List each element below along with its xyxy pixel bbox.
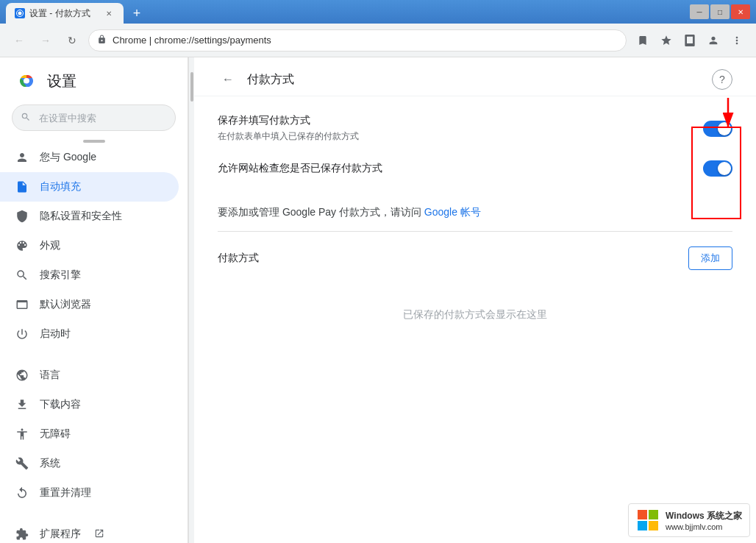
sidebar-item-privacy-label: 隐私设置和安全性 xyxy=(40,210,122,223)
scroll-divider xyxy=(188,57,194,543)
scroll-thumb[interactable] xyxy=(190,72,193,102)
sidebar-item-reset-label: 重置并清理 xyxy=(40,486,91,500)
google-account-link[interactable]: Google 帐号 xyxy=(424,206,481,218)
sidebar-item-autofill-label: 自动填充 xyxy=(40,180,81,194)
sidebar-item-download[interactable]: 下载内容 xyxy=(0,390,179,419)
tab-favicon xyxy=(15,8,25,18)
person-icon xyxy=(15,150,29,165)
svg-rect-7 xyxy=(649,510,658,519)
save-payment-desc: 在付款表单中填入已保存的付款方式 xyxy=(218,130,359,143)
url-chrome-label: Chrome xyxy=(113,35,146,46)
sidebar-item-language-label: 语言 xyxy=(40,369,60,382)
empty-state: 已保存的付款方式会显示在这里 xyxy=(218,285,732,345)
sidebar-item-system[interactable]: 系统 xyxy=(0,449,179,478)
payment-methods-label: 付款方式 xyxy=(218,252,259,265)
svg-rect-6 xyxy=(638,510,647,519)
page-title: 付款方式 xyxy=(247,72,294,88)
sidebar-item-reset[interactable]: 重置并清理 xyxy=(0,478,179,508)
sidebar-header: 设置 xyxy=(0,57,188,104)
tablet-icon[interactable] xyxy=(680,30,700,51)
address-url[interactable]: Chrome | chrome://settings/payments xyxy=(88,29,627,52)
google-pay-row: 要添加或管理 Google Pay 付款方式，请访问 Google 帐号 xyxy=(218,194,732,231)
accessibility-icon xyxy=(15,427,29,441)
address-bar-container[interactable]: Chrome | chrome://settings/payments xyxy=(88,29,627,52)
content-area: ← 付款方式 ? 保存并填写付款方式 在付款表单中填入已保存的付款方式 xyxy=(194,57,756,543)
menu-icon[interactable] xyxy=(727,30,747,51)
empty-state-text: 已保存的付款方式会显示在这里 xyxy=(403,308,547,320)
sidebar-item-download-label: 下载内容 xyxy=(40,398,81,411)
sidebar-item-extensions-label: 扩展程序 xyxy=(40,528,81,541)
bookmark-icon[interactable] xyxy=(632,30,653,51)
titlebar: 设置 - 付款方式 ✕ + ─ □ ✕ xyxy=(0,0,756,24)
add-payment-button[interactable]: 添加 xyxy=(688,246,732,270)
close-button[interactable]: ✕ xyxy=(731,4,750,19)
sidebar-item-google[interactable]: 您与 Google xyxy=(0,143,179,172)
doc-icon xyxy=(15,180,29,194)
payment-methods-section: 付款方式 添加 xyxy=(218,231,732,285)
download-icon xyxy=(15,397,29,412)
search-nav-icon xyxy=(15,268,29,283)
sidebar-item-language[interactable]: 语言 xyxy=(0,361,179,390)
allow-check-toggle[interactable] xyxy=(703,160,732,177)
back-button[interactable]: ← xyxy=(218,69,238,90)
windows-url: www.bjjmlv.com xyxy=(666,522,742,531)
main-layout: 设置 您与 Google 自动填充 xyxy=(0,57,756,543)
sidebar-item-search-label: 搜索引擎 xyxy=(40,269,81,282)
sidebar-title: 设置 xyxy=(47,71,76,91)
external-link-icon xyxy=(94,528,104,541)
reset-icon xyxy=(15,486,29,500)
windows-title: Windows 系统之家 xyxy=(666,510,742,522)
sidebar-item-extensions[interactable]: 扩展程序 xyxy=(0,519,179,543)
active-tab[interactable]: 设置 - 付款方式 ✕ xyxy=(6,3,124,24)
star-icon[interactable] xyxy=(656,30,677,51)
sidebar-item-autofill[interactable]: 自动填充 xyxy=(0,172,179,202)
save-payment-left: 保存并填写付款方式 在付款表单中填入已保存的付款方式 xyxy=(218,114,359,143)
toolbar-icons xyxy=(632,30,747,51)
window-controls: ─ □ ✕ xyxy=(690,4,750,19)
puzzle-icon xyxy=(15,527,29,542)
search-input[interactable] xyxy=(12,104,176,131)
tab-close-button[interactable]: ✕ xyxy=(103,7,115,19)
wrench-icon xyxy=(15,456,29,471)
chrome-logo xyxy=(15,69,38,93)
globe-icon xyxy=(15,368,29,383)
sidebar-item-google-label: 您与 Google xyxy=(40,151,96,164)
forward-button[interactable]: → xyxy=(35,30,56,51)
shield-icon xyxy=(15,209,29,224)
browser-icon xyxy=(15,297,29,312)
sidebar-item-browser[interactable]: 默认浏览器 xyxy=(0,290,179,319)
sidebar-item-appearance[interactable]: 外观 xyxy=(0,231,179,260)
new-tab-button[interactable]: + xyxy=(126,3,147,24)
sidebar-item-search[interactable]: 搜索引擎 xyxy=(0,260,179,290)
palette-icon xyxy=(15,238,29,253)
sidebar-item-privacy[interactable]: 隐私设置和安全性 xyxy=(0,202,179,231)
sidebar-item-system-label: 系统 xyxy=(40,457,60,470)
settings-section: 保存并填写付款方式 在付款表单中填入已保存的付款方式 允许网站检查您是否已保存付… xyxy=(194,96,756,363)
sidebar-item-startup-label: 启动时 xyxy=(40,327,71,341)
google-pay-text: 要添加或管理 Google Pay 付款方式，请访问 xyxy=(218,206,421,218)
sidebar-item-accessibility[interactable]: 无障碍 xyxy=(0,419,179,449)
sidebar-item-accessibility-label: 无障碍 xyxy=(40,427,71,441)
save-payment-slider xyxy=(703,121,732,137)
url-separator: | xyxy=(146,35,154,46)
save-payment-label: 保存并填写付款方式 xyxy=(218,114,359,127)
back-button[interactable]: ← xyxy=(9,30,29,51)
help-icon[interactable]: ? xyxy=(712,69,732,90)
search-bar xyxy=(12,104,176,131)
refresh-button[interactable]: ↻ xyxy=(62,30,82,51)
save-payment-row: 保存并填写付款方式 在付款表单中填入已保存的付款方式 xyxy=(218,114,732,143)
tab-area: 设置 - 付款方式 ✕ + xyxy=(6,0,680,24)
profile-icon[interactable] xyxy=(703,30,724,51)
tab-title: 设置 - 付款方式 xyxy=(29,7,99,20)
windows-text: Windows 系统之家 www.bjjmlv.com xyxy=(666,510,742,531)
sidebar-item-browser-label: 默认浏览器 xyxy=(40,298,91,311)
search-icon xyxy=(21,112,31,124)
sidebar-item-appearance-label: 外观 xyxy=(40,239,60,252)
save-payment-toggle[interactable] xyxy=(703,121,732,137)
maximize-button[interactable]: □ xyxy=(710,4,730,19)
lock-icon xyxy=(97,35,107,46)
minimize-button[interactable]: ─ xyxy=(690,4,709,19)
sidebar-item-startup[interactable]: 启动时 xyxy=(0,319,179,349)
svg-rect-8 xyxy=(638,521,647,530)
allow-check-row: 允许网站检查您是否已保存付款方式 xyxy=(218,160,732,177)
